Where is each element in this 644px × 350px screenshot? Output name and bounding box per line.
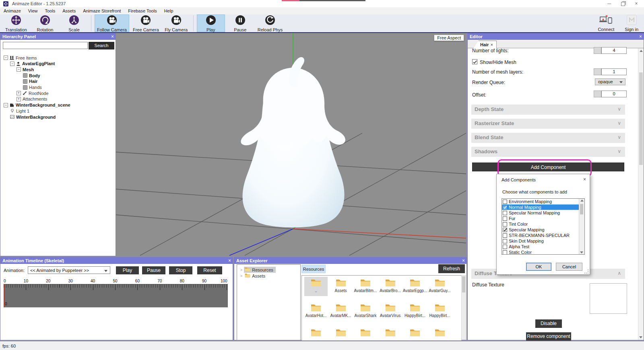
collapse-icon[interactable]: − [4, 56, 8, 60]
folder-icon[interactable] [336, 278, 346, 287]
hierarchy-close-icon[interactable]: × [111, 33, 114, 40]
toolbar-translation-button[interactable]: Translation [2, 15, 30, 32]
folder-label-[interactable]: .. [302, 288, 330, 293]
folder-icon[interactable] [435, 328, 445, 337]
tree-item-hands[interactable]: Hands [0, 84, 116, 91]
section-rasterizer-state[interactable]: Rasterizer State∨ [471, 119, 625, 129]
tree-item-free-items[interactable]: −Free Items [0, 55, 116, 61]
connect-button[interactable]: Connect [598, 15, 614, 32]
asset-scroll-thumb[interactable] [462, 276, 465, 292]
section-depth-state[interactable]: Depth State∨ [471, 105, 625, 115]
toolbar-rotation-button[interactable]: Rotation [31, 15, 59, 32]
folder-label-avatarvirus[interactable]: AvatarVirus [376, 313, 405, 318]
dialog-list-scrollbar[interactable] [579, 199, 584, 254]
toolbar-scale-button[interactable]: Scale [60, 15, 88, 32]
show-hide-mesh-checkbox[interactable] [472, 59, 477, 64]
toolbar-fly-camera-button[interactable]: Fly Camera [163, 15, 190, 32]
folder-icon[interactable] [435, 278, 445, 287]
folder-label-avatarmk[interactable]: AvatarMK... [327, 313, 355, 318]
section-blend-state[interactable]: Blend State∨ [471, 133, 625, 143]
lights-value-input[interactable]: 4 [601, 47, 627, 54]
dialog-close-icon[interactable]: × [583, 177, 586, 182]
asset-grid-scrollbar[interactable] [461, 275, 466, 340]
folder-icon[interactable] [385, 328, 396, 337]
expand-icon[interactable]: + [17, 91, 21, 95]
timeline-pause-button[interactable]: Pause [142, 266, 165, 274]
component-option-fur[interactable]: Fur [502, 216, 584, 221]
minimize-button[interactable] [602, 0, 616, 7]
asset-tree-resources[interactable]: >Resources [237, 267, 300, 273]
offset-value-input[interactable]: 0 [601, 91, 627, 97]
tree-item-body[interactable]: Body [0, 72, 116, 78]
editor-scroll-thumb[interactable] [639, 72, 643, 165]
component-option-static-color[interactable]: Static Color [502, 249, 584, 255]
tree-item-light-1[interactable]: Light 1 [0, 108, 116, 114]
folder-icon[interactable] [385, 278, 396, 287]
checkbox-icon[interactable] [503, 222, 507, 226]
folder-icon[interactable] [385, 303, 396, 312]
timeline-reset-button[interactable]: Reset [197, 266, 222, 274]
checkbox-icon[interactable] [503, 211, 507, 215]
sign-in-button[interactable]: Sign in [625, 15, 638, 32]
dialog-scroll-thumb[interactable] [580, 204, 583, 214]
folder-icon[interactable] [311, 303, 321, 312]
tree-item-mesh[interactable]: −Mesh [0, 66, 116, 72]
folder-icon[interactable] [360, 303, 371, 312]
refresh-button[interactable]: Refresh [438, 264, 465, 273]
component-option-skin-dot-mapping[interactable]: Skin Dot Mapping [502, 238, 584, 244]
scroll-down-icon[interactable] [639, 336, 642, 338]
tree-item-avatareggplant[interactable]: −AvatarEggPlant [0, 61, 116, 67]
tree-item-winterbackground-scene[interactable]: −WinterBackground_scene [0, 102, 116, 108]
checkbox-checked-icon[interactable] [503, 228, 507, 232]
caret-right-icon[interactable]: > [240, 274, 242, 278]
checkbox-icon[interactable] [503, 216, 507, 221]
free-aspect-button[interactable]: Free Aspect [434, 35, 464, 41]
folder-label-happybirt[interactable]: HappyBirt... [401, 313, 429, 318]
tree-item-rootnode[interactable]: +RootNode [0, 90, 116, 96]
tab-resources[interactable]: Resources [301, 265, 326, 273]
collapse-icon[interactable]: − [10, 62, 14, 66]
expand-icon[interactable]: + [17, 97, 21, 101]
folder-icon[interactable] [311, 328, 321, 337]
timeline-stop-button[interactable]: Stop [169, 266, 192, 274]
tree-item-winterbackground[interactable]: WinterBackground [0, 114, 116, 120]
folder-icon[interactable] [410, 278, 420, 287]
checkbox-icon[interactable] [503, 200, 507, 204]
tree-item-hair[interactable]: Hair [0, 78, 116, 84]
timeline-ruler[interactable]: 0102030405060708090100 0 [4, 279, 228, 307]
viewport-3d[interactable]: Free Aspect [116, 33, 466, 256]
close-button[interactable]: × [630, 0, 643, 7]
folder-label-avatarbro[interactable]: AvatarBro... [376, 288, 405, 293]
animation-dropdown[interactable]: << Animated by Puppeteer >> [28, 266, 110, 274]
section-shadows[interactable]: Shadows∨ [471, 147, 625, 157]
offset-drag-handle[interactable] [594, 91, 601, 97]
folder-icon[interactable] [336, 303, 346, 312]
remove-component-button[interactable]: Remove component [526, 332, 571, 341]
folder-label-avatarshark[interactable]: AvatarShark [351, 313, 380, 318]
ruler-body[interactable] [4, 284, 228, 307]
toolbar-reload-phys-button[interactable]: Reload Phys [256, 15, 285, 32]
checkbox-icon[interactable] [503, 233, 507, 238]
folder-icon[interactable] [360, 278, 371, 287]
resize-grip[interactable] [584, 270, 588, 274]
tree-item-attachments[interactable]: +Attachments [0, 96, 116, 102]
search-button[interactable]: Search [89, 42, 114, 49]
folder-icon[interactable] [435, 303, 445, 312]
editor-scrollbar[interactable] [638, 48, 644, 340]
menu-assets[interactable]: Assets [59, 7, 79, 14]
menu-firebase-tools[interactable]: Firebase Tools [124, 7, 160, 14]
folder-label-avatareggp[interactable]: AvatarEggp... [401, 288, 429, 293]
caret-right-icon[interactable]: > [240, 268, 242, 272]
scroll-up-icon[interactable] [640, 50, 643, 52]
menu-tools[interactable]: Tools [41, 7, 59, 14]
component-option-normal-mapping[interactable]: Normal Mapping [502, 204, 584, 210]
component-option-specular-normal-mapping[interactable]: Specular Normal Mapping [502, 210, 584, 216]
menu-animaze-storefront[interactable]: Animaze Storefront [79, 7, 124, 14]
restore-button[interactable] [616, 0, 630, 7]
mesh-layers-value-input[interactable]: 1 [601, 68, 627, 75]
tab-close-icon[interactable]: × [490, 42, 493, 47]
ok-button[interactable]: OK [526, 263, 551, 271]
checkbox-icon[interactable] [503, 239, 507, 243]
toolbar-pause-button[interactable]: Pause [227, 15, 254, 32]
component-option-specular-mapping[interactable]: Specular Mapping [502, 227, 584, 233]
